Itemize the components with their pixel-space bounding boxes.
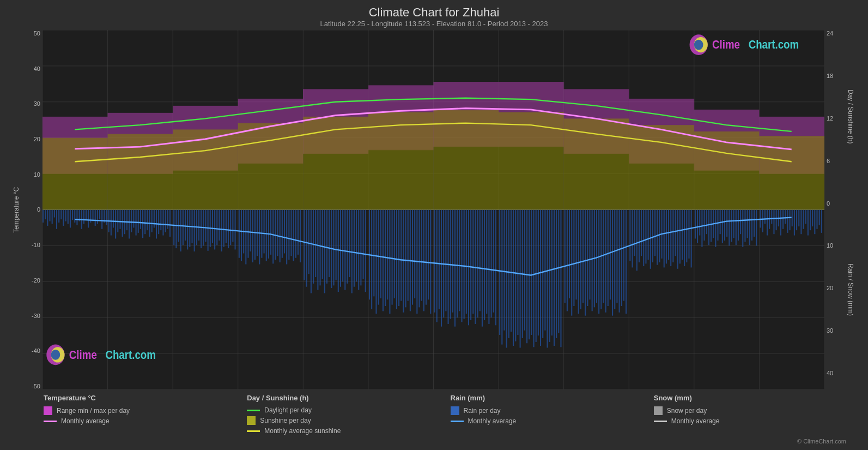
svg-rect-195	[434, 210, 435, 313]
svg-rect-230	[515, 210, 516, 341]
svg-rect-229	[513, 210, 514, 346]
svg-rect-271	[610, 210, 611, 300]
y-axis-left: 50 40 30 20 10 0 -10 -20 -30 -40 -50	[22, 30, 43, 389]
svg-rect-307	[695, 210, 696, 239]
svg-rect-104	[221, 210, 222, 251]
svg-rect-112	[241, 210, 242, 261]
svg-rect-169	[373, 210, 374, 297]
right-axis-labels-container: Day / Sunshine (h) Rain / Snow (mm)	[845, 30, 857, 389]
svg-rect-225	[503, 210, 505, 331]
svg-rect-138	[300, 210, 301, 262]
svg-rect-58	[115, 210, 116, 239]
legend-line-temp-monthly	[44, 421, 57, 422]
svg-rect-135	[293, 210, 294, 261]
svg-rect-192	[426, 210, 427, 305]
svg-rect-186	[412, 210, 413, 305]
svg-rect-136	[295, 210, 296, 258]
svg-rect-219	[488, 210, 489, 324]
svg-rect-235	[526, 210, 527, 344]
svg-rect-130	[282, 210, 283, 258]
svg-rect-330	[747, 210, 748, 238]
svg-rect-63	[126, 210, 128, 231]
svg-rect-341	[773, 210, 774, 235]
svg-rect-294	[664, 210, 665, 268]
svg-rect-126	[272, 210, 274, 264]
svg-rect-181	[400, 210, 402, 301]
svg-rect-360	[816, 210, 817, 229]
svg-rect-283	[639, 210, 640, 262]
svg-rect-282	[636, 210, 638, 271]
svg-rect-173	[383, 210, 384, 311]
svg-rect-28	[47, 210, 48, 226]
svg-rect-336	[762, 210, 763, 232]
svg-rect-78	[160, 210, 161, 231]
legend-line-sunshine-monthly	[247, 430, 260, 432]
svg-rect-351	[796, 210, 797, 231]
svg-rect-258	[580, 210, 581, 309]
svg-rect-227	[508, 210, 509, 338]
svg-rect-324	[733, 210, 735, 238]
svg-rect-376	[108, 134, 173, 210]
svg-rect-310	[701, 210, 702, 247]
svg-point-389	[694, 40, 703, 50]
svg-rect-80	[165, 210, 166, 232]
svg-rect-306	[691, 210, 692, 268]
legend-section-rain: Rain (mm) Rain per day Monthly average	[451, 394, 654, 435]
svg-rect-263	[592, 210, 593, 311]
legend-title-snow: Snow (mm)	[654, 394, 857, 402]
legend-title-rain: Rain (mm)	[451, 394, 654, 402]
svg-rect-30	[52, 210, 53, 224]
svg-rect-140	[306, 210, 307, 287]
svg-rect-222	[495, 210, 496, 326]
svg-rect-74	[151, 210, 153, 232]
svg-rect-205	[457, 210, 458, 318]
svg-rect-89	[187, 210, 188, 250]
svg-rect-248	[556, 210, 557, 338]
svg-rect-290	[654, 210, 655, 256]
legend-item-sunshine-monthly: Monthly average sunshine	[247, 427, 450, 435]
svg-rect-157	[344, 210, 345, 290]
svg-rect-162	[356, 210, 357, 282]
svg-rect-353	[800, 210, 802, 235]
svg-rect-45	[86, 210, 87, 220]
svg-rect-379	[303, 117, 368, 210]
svg-rect-228	[511, 210, 512, 332]
legend-title-temperature: Temperature °C	[44, 394, 247, 402]
svg-rect-176	[389, 210, 390, 314]
svg-rect-234	[524, 210, 525, 331]
svg-rect-255	[573, 210, 574, 307]
svg-rect-177	[392, 210, 393, 305]
svg-rect-122	[264, 210, 265, 254]
svg-rect-356	[808, 210, 809, 236]
svg-rect-328	[742, 210, 743, 247]
legend-line-rain-monthly	[451, 421, 464, 422]
svg-rect-50	[97, 210, 98, 224]
svg-rect-82	[169, 210, 171, 237]
svg-rect-182	[403, 210, 404, 313]
svg-rect-118	[254, 210, 256, 260]
svg-rect-183	[405, 210, 406, 308]
svg-rect-52	[101, 210, 102, 229]
svg-rect-152	[333, 210, 334, 286]
legend-section-temperature: Temperature °C Range min / max per day M…	[44, 394, 247, 435]
page-wrapper: Climate Chart for Zhuhai Latitude 22.25 …	[0, 0, 868, 450]
svg-rect-166	[365, 210, 366, 292]
svg-rect-204	[454, 210, 456, 327]
svg-rect-132	[286, 210, 287, 265]
svg-rect-208	[464, 210, 465, 319]
svg-text:Chart.com: Chart.com	[749, 38, 799, 51]
chart-svg-wrapper: Clime Chart.com Clime Chart.com Jan	[43, 30, 824, 389]
svg-rect-97	[205, 210, 206, 242]
svg-rect-142	[311, 210, 312, 293]
svg-rect-261	[587, 210, 588, 307]
svg-rect-384	[629, 125, 694, 209]
svg-rect-329	[744, 210, 745, 242]
svg-rect-220	[491, 210, 492, 318]
svg-rect-116	[250, 210, 251, 251]
svg-rect-172	[380, 210, 381, 298]
svg-rect-61	[122, 210, 123, 237]
svg-rect-297	[670, 210, 671, 267]
svg-rect-251	[564, 210, 566, 303]
svg-rect-197	[439, 210, 440, 309]
svg-rect-44	[83, 210, 84, 224]
